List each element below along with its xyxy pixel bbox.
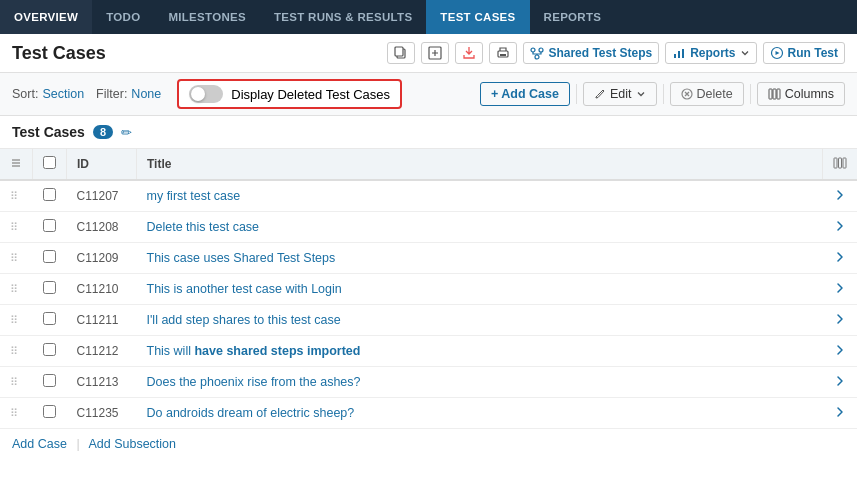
- delete-button[interactable]: Delete: [670, 82, 744, 106]
- shared-test-steps-button[interactable]: Shared Test Steps: [523, 42, 659, 64]
- footer-add-case-link[interactable]: Add Case: [12, 437, 67, 451]
- drag-handle[interactable]: ⠿: [0, 274, 33, 305]
- th-id: ID: [67, 149, 137, 180]
- display-deleted-label: Display Deleted Test Cases: [231, 87, 390, 102]
- export-button[interactable]: [421, 42, 449, 64]
- filter-row: Sort: Section Filter: None Display Delet…: [0, 73, 857, 116]
- test-cases-badge: 8: [93, 125, 113, 139]
- print-icon: [496, 46, 510, 60]
- row-title[interactable]: my first test case: [137, 180, 823, 212]
- table-body: ⠿C11207my first test case⠿C11208Delete t…: [0, 180, 857, 429]
- drag-handle[interactable]: ⠿: [0, 336, 33, 367]
- row-checkbox-cell: [33, 336, 67, 367]
- table-row: ⠿C11208Delete this test case: [0, 212, 857, 243]
- table-row: ⠿C11207my first test case: [0, 180, 857, 212]
- drag-handle[interactable]: ⠿: [0, 180, 33, 212]
- row-chevron[interactable]: [823, 305, 858, 336]
- chevron-right-icon: [836, 282, 844, 294]
- row-chevron[interactable]: [823, 398, 858, 429]
- filter-value[interactable]: None: [131, 87, 161, 101]
- add-case-button[interactable]: + Add Case: [480, 82, 570, 106]
- nav-item-test-cases[interactable]: Test Cases: [426, 0, 529, 34]
- drag-handle[interactable]: ⠿: [0, 398, 33, 429]
- row-checkbox[interactable]: [43, 188, 56, 201]
- drag-dots: ⠿: [10, 252, 22, 264]
- table-row: ⠿C11210This is another test case with Lo…: [0, 274, 857, 305]
- row-checkbox[interactable]: [43, 405, 56, 418]
- footer-links: Add Case | Add Subsection: [0, 429, 857, 459]
- columns-adjust-icon[interactable]: [833, 157, 847, 169]
- drag-handle[interactable]: ⠿: [0, 305, 33, 336]
- row-chevron[interactable]: [823, 336, 858, 367]
- row-title[interactable]: This is another test case with Login: [137, 274, 823, 305]
- row-title[interactable]: I'll add step shares to this test case: [137, 305, 823, 336]
- row-checkbox[interactable]: [43, 343, 56, 356]
- copy-button[interactable]: [387, 42, 415, 64]
- columns-label: Columns: [785, 87, 834, 101]
- print-button[interactable]: [489, 42, 517, 64]
- row-chevron[interactable]: [823, 274, 858, 305]
- row-title[interactable]: Does the phoenix rise from the ashes?: [137, 367, 823, 398]
- row-title[interactable]: This will have shared steps imported: [137, 336, 823, 367]
- run-test-label: Run Test: [788, 46, 838, 60]
- row-checkbox[interactable]: [43, 219, 56, 232]
- row-checkbox[interactable]: [43, 281, 56, 294]
- chevron-right-icon: [836, 189, 844, 201]
- svg-rect-17: [839, 158, 842, 168]
- row-title[interactable]: This case uses Shared Test Steps: [137, 243, 823, 274]
- section-edit-icon[interactable]: ✏: [121, 125, 132, 140]
- nav-item-test-runs[interactable]: Test Runs & Results: [260, 0, 426, 34]
- title-text: This will: [147, 344, 195, 358]
- row-chevron[interactable]: [823, 367, 858, 398]
- reports-button[interactable]: Reports: [665, 42, 756, 64]
- separator-3: [750, 84, 751, 104]
- drag-dots: ⠿: [10, 314, 22, 326]
- drag-dots: ⠿: [10, 221, 22, 233]
- footer-separator: |: [76, 437, 79, 451]
- row-id: C11213: [67, 367, 137, 398]
- columns-button[interactable]: Columns: [757, 82, 845, 106]
- chevron-right-icon: [836, 220, 844, 232]
- drag-handle[interactable]: ⠿: [0, 212, 33, 243]
- delete-icon: [681, 88, 693, 100]
- drag-handle[interactable]: ⠿: [0, 243, 33, 274]
- nav-item-todo[interactable]: Todo: [92, 0, 154, 34]
- row-checkbox[interactable]: [43, 374, 56, 387]
- svg-rect-10: [682, 49, 684, 58]
- edit-icon: [594, 88, 606, 100]
- nav-item-reports[interactable]: Reports: [530, 0, 616, 34]
- title-text: Does the phoenix rise from the ashes?: [147, 375, 361, 389]
- select-all-checkbox[interactable]: [43, 156, 56, 169]
- sort-value[interactable]: Section: [42, 87, 84, 101]
- import-button[interactable]: [455, 42, 483, 64]
- row-title[interactable]: Delete this test case: [137, 212, 823, 243]
- title-text: Do androids dream of electric sheep?: [147, 406, 355, 420]
- delete-label: Delete: [697, 87, 733, 101]
- drag-handle[interactable]: ⠿: [0, 367, 33, 398]
- nav-item-overview[interactable]: Overview: [0, 0, 92, 34]
- display-deleted-toggle[interactable]: [189, 85, 223, 103]
- shared-steps-icon: [530, 46, 544, 60]
- nav-item-milestones[interactable]: Milestones: [154, 0, 260, 34]
- row-chevron[interactable]: [823, 180, 858, 212]
- row-checkbox-cell: [33, 398, 67, 429]
- chevron-right-icon: [836, 406, 844, 418]
- title-text: Delete this test case: [147, 220, 260, 234]
- test-cases-table: ID Title ⠿C11207my first test case⠿C1120…: [0, 149, 857, 429]
- row-checkbox-cell: [33, 305, 67, 336]
- row-id: C11207: [67, 180, 137, 212]
- row-title[interactable]: Do androids dream of electric sheep?: [137, 398, 823, 429]
- section-header: Test Cases 8 ✏: [0, 116, 857, 149]
- section-title: Test Cases: [12, 124, 85, 140]
- row-chevron[interactable]: [823, 212, 858, 243]
- run-test-button[interactable]: Run Test: [763, 42, 845, 64]
- chevron-right-icon: [836, 251, 844, 263]
- row-checkbox-cell: [33, 367, 67, 398]
- reports-icon: [672, 46, 686, 60]
- footer-add-subsection-link[interactable]: Add Subsection: [88, 437, 176, 451]
- row-chevron[interactable]: [823, 243, 858, 274]
- row-checkbox[interactable]: [43, 250, 56, 263]
- row-checkbox[interactable]: [43, 312, 56, 325]
- edit-button[interactable]: Edit: [583, 82, 657, 106]
- svg-rect-16: [834, 158, 837, 168]
